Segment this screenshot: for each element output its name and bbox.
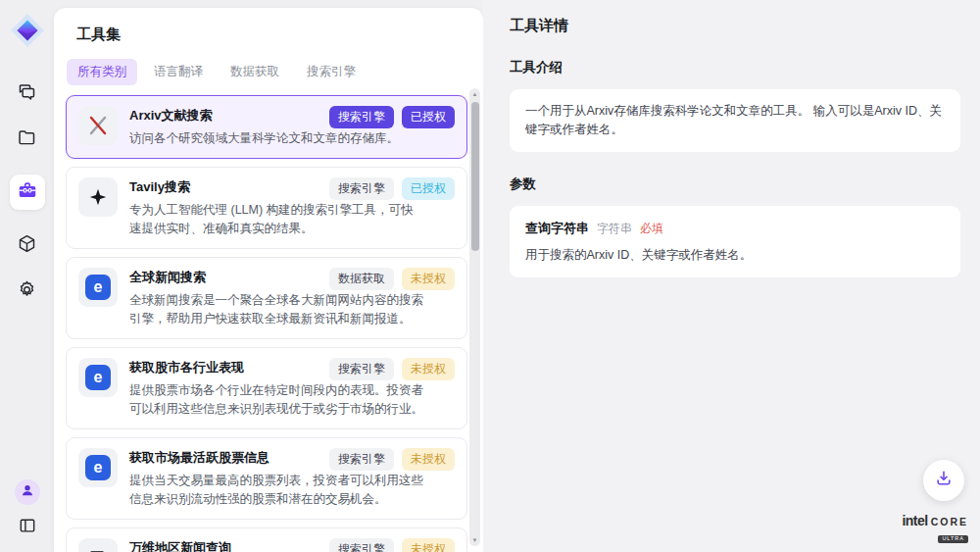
category-tab[interactable]: 搜索引擎 [296,59,367,85]
card-badges: 数据获取未授权 [329,268,455,290]
collapse-sidebar-button[interactable] [17,517,38,538]
sidebar-item-models[interactable] [17,234,38,256]
tool-card[interactable]: e获取股市各行业表现提供股票市场各个行业在特定时间段内的表现。投资者可以利用这些… [66,347,467,429]
scrollbar-thumb[interactable] [471,102,479,251]
param-description: 用于搜索的Arxiv ID、关键字或作者姓名。 [525,246,945,265]
sidebar-item-tools[interactable] [10,175,45,210]
tool-description: 全球新闻搜索是一个聚合全球各大新闻网站内容的搜索引擎，帮助用户快速获取全球最新资… [129,291,425,328]
news-e-icon: e [78,268,118,307]
card-badges: 搜索引擎未授权 [329,358,455,380]
params-heading: 参数 [510,176,960,193]
auth-status-badge: 未授权 [402,448,455,471]
category-badge: 搜索引擎 [329,538,394,552]
param-name: 查询字符串 [525,219,589,238]
page-title: 工具集 [76,25,483,44]
intro-heading: 工具介绍 [510,59,960,76]
tool-card[interactable]: e获取市场最活跃股票信息提供当天交易量最高的股票列表，投资者可以利用这些信息来识… [66,437,467,520]
scrollbar-down-arrow-icon[interactable]: ▼ [469,537,480,543]
brand-tier-badge: Ultra [938,535,968,544]
newspaper-icon [78,538,118,552]
scrollbar-up-arrow-icon[interactable]: ▲ [469,91,480,97]
download-icon [934,469,954,492]
category-badge: 搜索引擎 [329,448,394,471]
toolbox-icon [17,179,38,205]
news-e-icon: e [78,448,118,487]
sidebar-bottom [15,479,40,538]
param-type: 字符串 [597,220,632,237]
star-icon [78,177,118,217]
sidebar-item-files[interactable] [17,128,38,150]
collapse-panel-icon [18,516,37,539]
sidebar-nav [10,82,45,302]
tool-description: 访问各个研究领域大量科学论文和文章的存储库。 [129,129,425,148]
tool-cards-list: Arxiv文献搜索访问各个研究领域大量科学论文和文章的存储库。搜索引擎已授权Ta… [66,95,467,552]
arxiv-icon [78,106,118,145]
intel-core-logo: intel core Ultra [902,514,968,543]
intro-text: 一个用于从Arxiv存储库搜索科学论文和文章的工具。 输入可以是Arxiv ID… [525,104,942,136]
tool-description: 提供当天交易量最高的股票列表，投资者可以利用这些信息来识别流动性强的股票和潜在的… [129,472,425,509]
brand-core-text: core [931,517,968,527]
category-tab[interactable]: 所有类别 [67,59,137,85]
category-badge: 搜索引擎 [329,106,394,128]
tool-description: 提供股票市场各个行业在特定时间段内的表现。投资者可以利用这些信息来识别表现优于或… [129,381,425,419]
category-badge: 搜索引擎 [329,358,394,380]
category-tab[interactable]: 语言翻译 [143,59,214,85]
param-card: 查询字符串 字符串 必填 用于搜索的Arxiv ID、关键字或作者姓名。 [510,206,960,277]
auth-status-badge: 已授权 [402,106,455,128]
tool-card[interactable]: Arxiv文献搜索访问各个研究领域大量科学论文和文章的存储库。搜索引擎已授权 [66,95,467,159]
auth-status-badge: 已授权 [402,177,455,200]
user-avatar-icon [20,482,35,502]
card-badges: 搜索引擎未授权 [329,448,455,471]
news-e-icon: e [78,358,118,397]
left-sidebar [0,0,54,552]
sidebar-item-settings[interactable] [17,280,38,302]
card-badges: 搜索引擎已授权 [329,106,455,128]
app-logo-diamond [9,12,46,49]
detail-title: 工具详情 [510,17,960,35]
scrollbar[interactable]: ▲ ▼ [469,88,480,546]
folder-icon [17,127,37,152]
settings-icon [17,279,37,304]
card-badges: 搜索引擎未授权 [329,538,455,552]
user-avatar[interactable] [15,479,40,505]
param-header: 查询字符串 字符串 必填 [525,219,945,238]
cube-icon [17,233,37,258]
param-required-badge: 必填 [640,220,663,237]
download-button[interactable] [923,460,964,501]
category-badge: 数据获取 [329,268,394,290]
category-tabs: 所有类别语言翻译数据获取搜索引擎 [67,59,483,85]
brand-intel-text: intel [902,514,927,527]
sidebar-item-chat[interactable] [17,82,38,104]
tool-list-panel: 工具集 所有类别语言翻译数据获取搜索引擎 Arxiv文献搜索访问各个研究领域大量… [54,8,483,552]
chat-icon [17,81,37,106]
intro-card: 一个用于从Arxiv存储库搜索科学论文和文章的工具。 输入可以是Arxiv ID… [510,89,960,152]
tool-card[interactable]: Tavily搜索专为人工智能代理 (LLM) 构建的搜索引擎工具，可快速提供实时… [66,167,467,249]
tool-card[interactable]: e全球新闻搜索全球新闻搜索是一个聚合全球各大新闻网站内容的搜索引擎，帮助用户快速… [66,257,467,339]
tool-card[interactable]: 万维地区新闻查询查询具体行政区划内的新闻，快速了解各地新闻动搜索引擎未授权 [66,527,467,552]
tool-description: 专为人工智能代理 (LLM) 构建的搜索引擎工具，可快速提供实时、准确和真实的结… [129,201,425,238]
category-tab[interactable]: 数据获取 [220,59,290,85]
tool-detail-panel: 工具详情 工具介绍 一个用于从Arxiv存储库搜索科学论文和文章的工具。 输入可… [483,0,980,552]
card-badges: 搜索引擎已授权 [329,177,455,200]
auth-status-badge: 未授权 [402,538,455,552]
auth-status-badge: 未授权 [402,358,455,380]
category-badge: 搜索引擎 [329,177,394,200]
auth-status-badge: 未授权 [402,268,455,290]
